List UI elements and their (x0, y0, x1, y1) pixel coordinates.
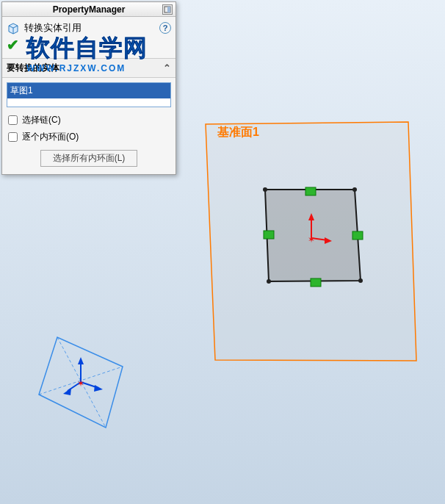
select-chain-row[interactable]: 选择链(C) (7, 112, 171, 129)
panel-pin-icon[interactable] (162, 4, 173, 15)
inner-faces-label: 逐个内环面(O) (22, 131, 79, 143)
svg-rect-26 (167, 7, 170, 12)
entities-selection-list[interactable]: 草图1 (7, 82, 171, 107)
convert-entities-icon (7, 21, 20, 35)
panel-header-title: PropertyManager (53, 4, 126, 15)
panel-header: PropertyManager (2, 2, 176, 17)
svg-text:✶: ✶ (308, 234, 315, 245)
svg-text:✶: ✶ (77, 378, 84, 389)
svg-rect-8 (311, 278, 321, 287)
ok-button[interactable]: ✔ (7, 37, 19, 53)
entities-section-body: 草图1 选择链(C) 逐个内环面(O) 选择所有内环面(L) (2, 78, 176, 174)
model-origin: ✶ (63, 357, 103, 395)
svg-point-5 (267, 279, 271, 284)
svg-rect-6 (305, 187, 316, 195)
panel-title-row: 转换实体引用 ? (2, 17, 176, 37)
entities-section-header[interactable]: 要转换的实体 ⌃ (2, 58, 176, 78)
select-chain-checkbox[interactable] (8, 115, 18, 125)
plane-label: 基准面1 (217, 126, 259, 138)
svg-point-4 (358, 278, 363, 283)
svg-marker-21 (94, 385, 103, 392)
entities-section-title: 要转换的实体 (7, 62, 59, 74)
panel-action-row: ✔ (2, 37, 176, 58)
select-chain-label: 选择链(C) (22, 114, 61, 126)
svg-rect-9 (264, 231, 274, 239)
svg-rect-7 (352, 231, 363, 240)
help-icon[interactable]: ? (159, 22, 171, 34)
svg-point-3 (352, 187, 357, 192)
inner-faces-checkbox[interactable] (8, 132, 18, 142)
svg-marker-23 (63, 388, 71, 395)
property-manager-panel: PropertyManager 转换实体引用 ? ✔ 要转换的实体 ⌃ 草图1 (1, 1, 176, 175)
inner-faces-row[interactable]: 逐个内环面(O) (7, 129, 171, 145)
select-all-inner-loops-button[interactable]: 选择所有内环面(L) (40, 150, 138, 167)
collapse-icon[interactable]: ⌃ (163, 62, 171, 73)
panel-title: 转换实体引用 (24, 21, 82, 35)
selection-item[interactable]: 草图1 (7, 83, 170, 98)
svg-point-2 (263, 187, 267, 192)
svg-marker-19 (78, 357, 84, 364)
